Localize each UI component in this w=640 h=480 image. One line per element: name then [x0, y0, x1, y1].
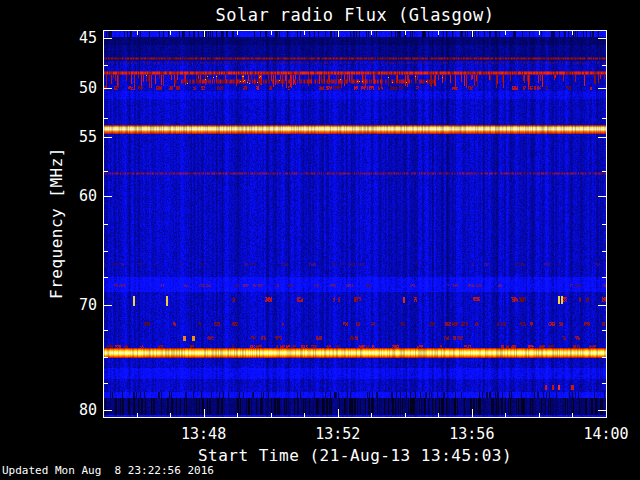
y-tick-label: 60 — [57, 187, 97, 205]
y-tick-label: 55 — [57, 128, 97, 146]
y-tick-label: 45 — [57, 29, 97, 47]
x-tick-label: 13:56 — [437, 425, 507, 443]
x-tick-label: 13:48 — [169, 425, 239, 443]
chart-title: Solar radio Flux (Glasgow) — [103, 5, 607, 25]
y-tick-label: 70 — [57, 296, 97, 314]
x-axis-label: Start Time (21-Aug-13 13:45:03) — [103, 446, 607, 465]
screenshot-root: Solar radio Flux (Glasgow) Frequency [MH… — [0, 0, 640, 480]
x-tick-label: 13:52 — [303, 425, 373, 443]
updated-timestamp: Updated Mon Aug 8 23:22:56 2016 — [2, 464, 214, 477]
y-axis-label: Frequency [MHz] — [47, 147, 66, 299]
y-tick-label: 50 — [57, 79, 97, 97]
x-tick-label: 14:00 — [571, 425, 640, 443]
y-tick-label: 80 — [57, 401, 97, 419]
spectrogram-plot — [103, 30, 607, 418]
